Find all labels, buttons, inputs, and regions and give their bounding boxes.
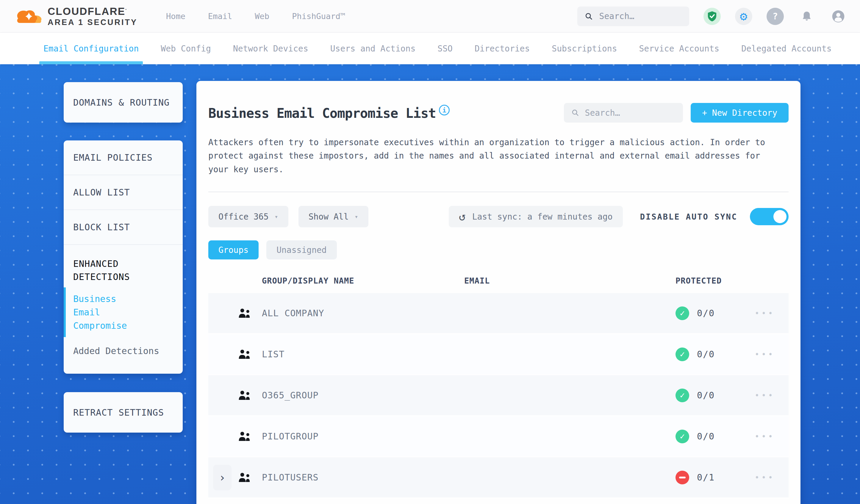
protected-count: 0/0	[697, 308, 715, 318]
notifications-button[interactable]	[798, 8, 815, 25]
column-protected: PROTECTED	[675, 276, 741, 285]
last-sync-text: Last sync: a few minutes ago	[472, 212, 613, 222]
protected-count: 0/1	[697, 472, 715, 483]
sidebar-item-email-policies[interactable]: EMAIL POLICIES	[64, 141, 183, 175]
sidebar-item-enhanced-detections[interactable]: ENHANCED DETECTIONS	[64, 245, 141, 286]
global-search[interactable]	[577, 6, 689, 26]
group-icon	[238, 472, 252, 483]
group-name: PILOTGROUP	[262, 431, 464, 442]
row-menu-button[interactable]: •••	[741, 432, 789, 441]
group-table: › ALL COMPANY ✓0/0 ••• › LIST ✓0/0 ••• ›…	[208, 293, 789, 498]
group-name: LIST	[262, 349, 464, 359]
tab-directories[interactable]: Directories	[475, 33, 530, 64]
row-menu-button[interactable]: •••	[741, 473, 789, 482]
page-title: Business Email Compromise Listi	[208, 105, 450, 121]
row-menu-button[interactable]: •••	[741, 350, 789, 359]
chevron-down-icon: ▾	[355, 213, 358, 220]
security-status-button[interactable]	[703, 8, 721, 25]
table-row[interactable]: › LIST ✓0/0 •••	[208, 334, 789, 375]
sidebar-item-domains-routing[interactable]: DOMAINS & ROUTING	[64, 82, 183, 123]
nav-item-web[interactable]: Web	[255, 12, 269, 21]
sidebar-item-retract-settings[interactable]: RETRACT SETTINGS	[64, 392, 183, 433]
row-menu-button[interactable]: •••	[741, 391, 789, 400]
new-directory-button[interactable]: + New Directory	[691, 103, 789, 123]
table-row[interactable]: › PILOTGROUP ✓0/0 •••	[208, 416, 789, 457]
settings-button[interactable]: ⚙	[735, 8, 752, 25]
auto-sync-label: DISABLE AUTO SYNC	[640, 212, 737, 221]
account-button[interactable]	[830, 8, 847, 25]
page-description: Attackers often try to impersonate execu…	[208, 136, 783, 176]
sidebar-item-allow-list[interactable]: ALLOW LIST	[64, 175, 183, 210]
tab-sso[interactable]: SSO	[438, 33, 453, 64]
show-filter-dropdown[interactable]: Show All ▾	[299, 206, 369, 227]
tab-email-configuration[interactable]: Email Configuration	[43, 33, 139, 64]
search-icon	[585, 12, 593, 21]
refresh-icon: ↺	[459, 211, 466, 222]
view-tab-unassigned[interactable]: Unassigned	[266, 240, 337, 259]
expand-chevron-button[interactable]: ›	[213, 465, 231, 490]
list-search-input[interactable]	[585, 108, 675, 118]
help-button[interactable]: ?	[766, 8, 784, 25]
gear-icon: ⚙	[740, 9, 747, 24]
user-icon	[831, 10, 845, 23]
table-row[interactable]: › ALL COMPANY ✓0/0 •••	[208, 293, 789, 334]
info-icon[interactable]: i	[439, 105, 450, 115]
protected-count: 0/0	[697, 349, 715, 359]
search-icon	[572, 109, 579, 117]
table-row[interactable]: › O365_GROUP ✓0/0 •••	[208, 375, 789, 416]
primary-nav: Home Email Web PhishGuard™	[166, 12, 345, 21]
group-icon	[238, 431, 252, 442]
main-panel: Business Email Compromise Listi + New Di…	[197, 81, 801, 504]
last-sync-button[interactable]: ↺ Last sync: a few minutes ago	[449, 206, 623, 227]
sidebar-menu-card: EMAIL POLICIES ALLOW LIST BLOCK LIST ENH…	[64, 141, 183, 374]
brand-name: CLOUDFLARE·	[48, 5, 138, 17]
tab-web-config[interactable]: Web Config	[161, 33, 211, 64]
group-name: PILOTUSERS	[262, 472, 464, 483]
sidebar: DOMAINS & ROUTING EMAIL POLICIES ALLOW L…	[64, 82, 183, 450]
nav-item-home[interactable]: Home	[166, 12, 185, 21]
nav-item-phishguard[interactable]: PhishGuard™	[292, 12, 345, 21]
global-search-input[interactable]	[599, 11, 682, 21]
group-icon	[238, 349, 252, 360]
directory-dropdown[interactable]: Office 365 ▾	[208, 206, 288, 227]
tab-service-accounts[interactable]: Service Accounts	[639, 33, 719, 64]
column-email: EMAIL	[464, 276, 675, 285]
brand-subtitle: AREA 1 SECURITY	[48, 18, 138, 27]
group-icon	[238, 308, 252, 319]
protected-status-icon: ✓	[675, 306, 689, 320]
protected-status-icon: ✓	[675, 347, 689, 361]
sidebar-subitem-business-email-compromise[interactable]: Business Email Compromise	[64, 286, 153, 338]
cloudflare-logo: CLOUDFLARE· AREA 1 SECURITY	[15, 5, 138, 27]
column-group-display-name: GROUP/DISPLAY NAME	[262, 276, 464, 285]
bell-icon	[801, 11, 812, 22]
table-row[interactable]: › PILOTUSERS ✓0/1 •••	[208, 457, 789, 498]
nav-item-email[interactable]: Email	[208, 12, 232, 21]
trademark-mark: ·	[125, 7, 127, 12]
chevron-down-icon: ▾	[275, 213, 278, 220]
sidebar-subitem-added-detections[interactable]: Added Detections	[64, 338, 183, 363]
auto-sync-toggle[interactable]	[750, 208, 789, 225]
content-stage: DOMAINS & ROUTING EMAIL POLICIES ALLOW L…	[0, 64, 860, 504]
tab-delegated-accounts[interactable]: Delegated Accounts	[741, 33, 831, 64]
protected-count: 0/0	[697, 390, 715, 401]
group-name: ALL COMPANY	[262, 308, 464, 318]
tab-network-devices[interactable]: Network Devices	[233, 33, 308, 64]
section-divider	[208, 192, 789, 192]
protected-status-icon: ✓	[675, 389, 689, 402]
tab-subscriptions[interactable]: Subscriptions	[552, 33, 617, 64]
sidebar-item-block-list[interactable]: BLOCK LIST	[64, 210, 183, 245]
group-icon	[238, 390, 252, 401]
secondary-nav: Email Configuration Web Config Network D…	[0, 33, 860, 64]
protected-count: 0/0	[697, 431, 715, 442]
list-search[interactable]	[564, 103, 683, 123]
group-name: O365_GROUP	[262, 390, 464, 401]
shield-check-icon	[707, 11, 717, 22]
view-tab-groups[interactable]: Groups	[208, 240, 259, 259]
table-header: GROUP/DISPLAY NAME EMAIL PROTECTED	[208, 276, 789, 293]
row-menu-button[interactable]: •••	[741, 309, 789, 318]
help-icon: ?	[773, 11, 778, 21]
top-header: CLOUDFLARE· AREA 1 SECURITY Home Email W…	[0, 0, 860, 33]
protected-status-icon: ✓	[675, 430, 689, 443]
cloudflare-cloud-icon	[15, 7, 43, 26]
tab-users-and-actions[interactable]: Users and Actions	[330, 33, 416, 64]
